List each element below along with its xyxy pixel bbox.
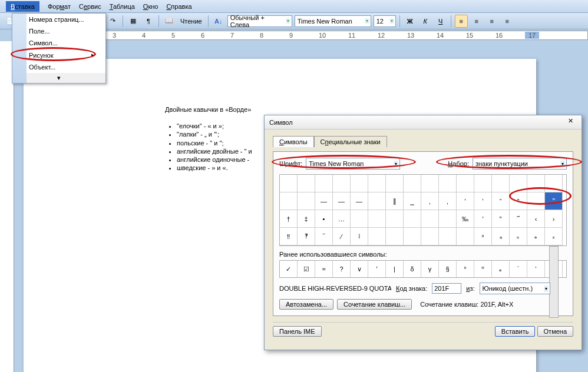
symbol-cell[interactable] [333, 175, 351, 192]
symbol-cell[interactable]: ‖ [386, 192, 404, 210]
symbol-grid[interactable]: —―—‖‗‚‚'‛“”„‟†‡•…‰′″‴‹›‼‽‾⁄⁞ⁿₐₑₒₓ [279, 174, 567, 246]
recent-cell[interactable]: ≈ [315, 261, 333, 277]
bold-button[interactable]: Ж [404, 15, 417, 28]
menu-symbol[interactable]: Символ... [12, 37, 105, 49]
menu-insert[interactable]: Вставка [6, 1, 39, 12]
symbol-cell[interactable]: ⁿ [474, 228, 492, 245]
symbol-cell[interactable] [368, 228, 386, 245]
symbol-cell[interactable] [421, 228, 439, 245]
symbol-cell[interactable] [492, 175, 510, 192]
recent-cell[interactable]: γ [421, 261, 439, 277]
symbol-cell[interactable] [421, 175, 439, 192]
recent-cell[interactable]: § [439, 261, 457, 277]
symbol-cell[interactable] [280, 192, 298, 210]
underline-button[interactable]: Ч [434, 15, 447, 28]
code-input[interactable] [432, 283, 461, 294]
symbol-cell[interactable]: ⁞ [351, 228, 368, 245]
symbol-cell[interactable] [298, 175, 315, 192]
symbol-cell[interactable] [404, 210, 421, 228]
symbol-cell[interactable]: ″ [492, 210, 510, 228]
symbol-cell[interactable]: • [315, 210, 333, 228]
dialog-titlebar[interactable]: Символ ✕ [265, 115, 582, 129]
align-right-icon[interactable]: ≡ [485, 15, 498, 28]
vertical-ruler[interactable] [0, 41, 14, 372]
symbol-cell[interactable]: ” [510, 192, 527, 210]
toolbar-btn[interactable]: ↷ [106, 15, 119, 28]
symbol-cell[interactable]: — [351, 192, 368, 210]
recent-cell[interactable]: º [474, 261, 492, 277]
recent-cell[interactable]: ? [333, 261, 351, 277]
recent-grid[interactable]: ✓☑≈?∨′|δγ§°ºₒ´‛‹ [279, 260, 567, 278]
symbol-cell[interactable] [439, 210, 457, 228]
recent-cell[interactable]: ∨ [351, 261, 368, 277]
symbol-cell[interactable]: ‚ [439, 192, 457, 210]
symbol-cell[interactable] [315, 175, 333, 192]
recent-cell[interactable]: ´ [510, 261, 527, 277]
symbol-cell[interactable] [298, 192, 315, 210]
symbol-cell[interactable] [368, 175, 386, 192]
symbol-cell[interactable] [439, 228, 457, 245]
font-select[interactable]: Times New Roman [306, 158, 400, 170]
symbol-cell[interactable]: ₒ [527, 228, 545, 245]
recent-cell[interactable]: ☑ [298, 261, 315, 277]
ime-panel-button[interactable]: Панель IME [273, 326, 322, 337]
symbol-cell[interactable] [351, 210, 368, 228]
recent-cell[interactable]: ‛ [527, 261, 545, 277]
recent-cell[interactable]: ° [457, 261, 474, 277]
symbol-cell[interactable] [386, 210, 404, 228]
symbol-cell[interactable] [386, 175, 404, 192]
symbol-cell[interactable] [439, 175, 457, 192]
menu-window[interactable]: Окно [143, 3, 158, 10]
symbol-cell[interactable] [386, 228, 404, 245]
symbol-cell[interactable]: ‛ [474, 192, 492, 210]
symbol-cell[interactable] [421, 210, 439, 228]
symbol-cell[interactable]: ‾ [315, 228, 333, 245]
recent-cell[interactable]: | [386, 261, 404, 277]
style-combo[interactable]: Обычный + Слева [227, 15, 292, 27]
recent-cell[interactable]: ′ [368, 261, 386, 277]
symbol-cell[interactable]: ‼ [280, 228, 298, 245]
symbol-cell[interactable]: ‰ [457, 210, 474, 228]
from-select[interactable]: Юникод (шестн.) [480, 283, 550, 294]
italic-button[interactable]: К [419, 15, 432, 28]
symbol-cell[interactable]: ₐ [492, 228, 510, 245]
symbol-cell[interactable]: ‟ [545, 192, 563, 210]
set-select[interactable]: знаки пунктуации [473, 158, 567, 170]
reading-label[interactable]: Чтение [178, 18, 204, 25]
shortcut-button[interactable]: Сочетание клавиш... [337, 299, 412, 310]
symbol-cell[interactable]: † [280, 210, 298, 228]
menu-help[interactable]: Справка [166, 3, 191, 10]
symbol-cell[interactable] [545, 175, 563, 192]
symbol-cell[interactable] [457, 228, 474, 245]
toolbar-btn[interactable]: ▦ [127, 15, 140, 28]
symbol-cell[interactable]: ― [333, 192, 351, 210]
size-combo[interactable]: 12 [374, 15, 396, 27]
ruler[interactable]: 123 456 789 101112 131415 1617 [24, 31, 588, 40]
symbol-cell[interactable] [527, 175, 545, 192]
symbol-cell[interactable]: „ [527, 192, 545, 210]
cancel-button[interactable]: Отмена [537, 326, 573, 337]
symbol-cell[interactable] [474, 175, 492, 192]
symbol-cell[interactable]: ₑ [510, 228, 527, 245]
menu-format[interactable]: Формат [48, 3, 71, 10]
symbol-cell[interactable] [368, 210, 386, 228]
autocorrect-button[interactable]: Автозамена... [279, 299, 333, 310]
symbol-cell[interactable]: ‚ [421, 192, 439, 210]
symbol-cell[interactable] [404, 228, 421, 245]
tab-special[interactable]: Специальные знаки [314, 136, 387, 147]
close-icon[interactable]: ✕ [563, 117, 578, 127]
font-combo[interactable]: Times New Roman [295, 15, 371, 27]
symbol-cell[interactable] [351, 175, 368, 192]
recent-cell[interactable]: ✓ [280, 261, 298, 277]
align-justify-icon[interactable]: ≡ [501, 15, 514, 28]
book-icon[interactable]: 📖 [163, 15, 176, 28]
recent-cell[interactable]: ₒ [492, 261, 510, 277]
menu-table[interactable]: Таблица [110, 3, 135, 10]
symbol-cell[interactable]: ‹ [527, 210, 545, 228]
symbol-cell[interactable] [510, 175, 527, 192]
symbol-cell[interactable]: ‽ [298, 228, 315, 245]
insert-button[interactable]: Вставить [495, 326, 536, 337]
scrollbar[interactable] [549, 246, 559, 318]
symbol-cell[interactable]: ‴ [510, 210, 527, 228]
symbol-cell[interactable]: — [315, 192, 333, 210]
